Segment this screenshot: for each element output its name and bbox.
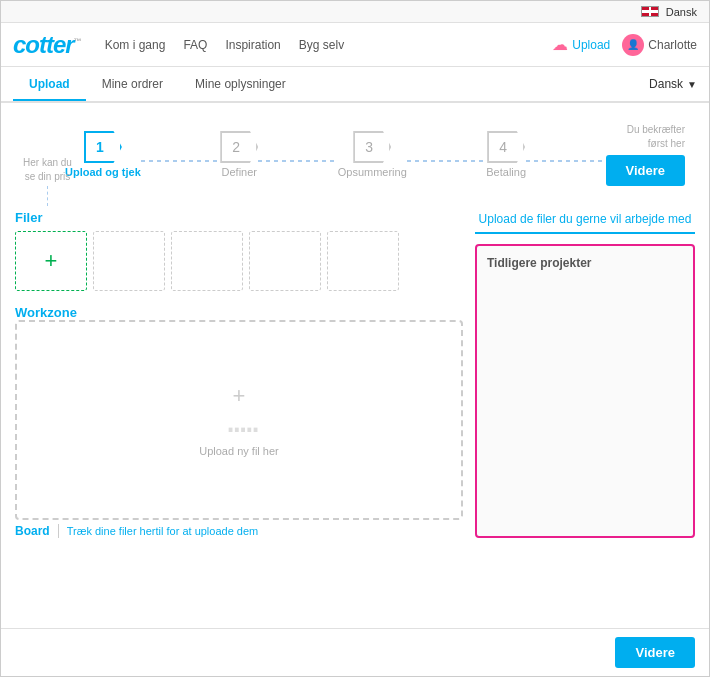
header-upload-button[interactable]: ☁ Upload (552, 35, 610, 54)
tabs-lang-label: Dansk (649, 77, 683, 91)
workzone-title: Workzone (15, 305, 463, 320)
files-section: Filer + (15, 210, 463, 295)
nav-faq[interactable]: FAQ (183, 38, 207, 52)
board-divider (58, 524, 59, 538)
price-hint: Her kan du se din pris (23, 156, 72, 206)
tabs-bar: Upload Mine ordrer Mine oplysninger Dans… (1, 67, 709, 103)
step-2-shape: 2 (220, 131, 258, 163)
main-nav: Kom i gang FAQ Inspiration Byg selv (105, 38, 344, 52)
step-line-3-4 (407, 160, 486, 162)
stepper-steps: 1 Upload og tjek 2 Definer 3 (65, 123, 685, 186)
workzone-section: Workzone + · · · · · Upload ny fil her B… (15, 305, 463, 538)
tab-upload[interactable]: Upload (13, 69, 86, 101)
step-1-shape: 1 (84, 131, 122, 163)
videre-top-button[interactable]: Videre (606, 155, 686, 186)
lang-top-selector[interactable]: Dansk (641, 6, 697, 18)
step-1[interactable]: 1 Upload og tjek (65, 131, 141, 178)
file-slot-2[interactable] (93, 231, 165, 291)
tabs-left: Upload Mine ordrer Mine oplysninger (13, 69, 302, 99)
left-column: Filer + Workzone + (15, 210, 463, 538)
files-row: + (15, 231, 463, 291)
videre-bottom-button[interactable]: Videre (615, 637, 695, 668)
nav-inspiration[interactable]: Inspiration (225, 38, 280, 52)
lang-top-label: Dansk (666, 6, 697, 18)
file-slot-3[interactable] (171, 231, 243, 291)
user-name: Charlotte (648, 38, 697, 52)
file-slot-4[interactable] (249, 231, 321, 291)
two-col-layout: Filer + Workzone + (15, 210, 695, 538)
step-4-shape: 4 (487, 131, 525, 163)
user-menu-button[interactable]: 👤 Charlotte (622, 34, 697, 56)
tab-mine-ordrer[interactable]: Mine ordrer (86, 69, 179, 101)
step-3-label: Opsummering (338, 166, 407, 178)
files-title: Filer (15, 210, 463, 225)
step-1-label: Upload og tjek (65, 166, 141, 178)
nav-byg-selv[interactable]: Byg selv (299, 38, 344, 52)
nav-kom-i-gang[interactable]: Kom i gang (105, 38, 166, 52)
prev-projects-title: Tidligere projekter (487, 256, 683, 270)
main-content: Her kan du se din pris 1 Upload og tjek … (1, 103, 709, 628)
stepper-container: Her kan du se din pris 1 Upload og tjek … (15, 117, 695, 210)
logo: cotter™ (13, 31, 81, 59)
add-file-slot[interactable]: + (15, 231, 87, 291)
tabs-right: Dansk ▼ (649, 77, 697, 91)
tab-mine-oplysninger[interactable]: Mine oplysninger (179, 69, 302, 101)
step-2-label: Definer (222, 166, 257, 178)
bottom-bar: Videre (1, 628, 709, 676)
upload-cloud-icon: ☁ (552, 35, 568, 54)
right-column: Upload de filer du gerne vil arbejde med… (475, 210, 695, 538)
workzone-board[interactable]: + · · · · · Upload ny fil her (15, 320, 463, 520)
lang-top-bar: Dansk (1, 1, 709, 23)
file-slot-5[interactable] (327, 231, 399, 291)
previous-projects-panel: Tidligere projekter (475, 244, 695, 538)
confirm-hint: Du bekræfterførst her (627, 123, 685, 151)
chevron-down-icon: ▼ (687, 79, 697, 90)
step-line-1-2 (141, 160, 220, 162)
board-label: Board (15, 524, 50, 538)
step-4[interactable]: 4 Betaling (486, 131, 526, 178)
workzone-upload-hint: Upload ny fil her (199, 445, 279, 457)
step-line-4-end (526, 160, 605, 162)
step-3-shape: 3 (353, 131, 391, 163)
step-2[interactable]: 2 Definer (220, 131, 258, 178)
dotted-arc-icon: · · · · · (225, 417, 253, 437)
step-3[interactable]: 3 Opsummering (338, 131, 407, 178)
header: cotter™ Kom i gang FAQ Inspiration Byg s… (1, 23, 709, 67)
user-avatar: 👤 (622, 34, 644, 56)
board-footer: Board Træk dine filer hertil for at uplo… (15, 520, 463, 538)
step-end: Du bekræfterførst her Videre (606, 123, 686, 186)
add-file-icon: + (45, 248, 58, 274)
upload-hint[interactable]: Upload de filer du gerne vil arbejde med (475, 210, 695, 234)
step-line-2-3 (258, 160, 337, 162)
step-4-label: Betaling (486, 166, 526, 178)
header-right: ☁ Upload 👤 Charlotte (552, 34, 697, 56)
dk-flag-icon (641, 6, 659, 17)
board-hint: Træk dine filer hertil for at uploade de… (67, 525, 259, 537)
